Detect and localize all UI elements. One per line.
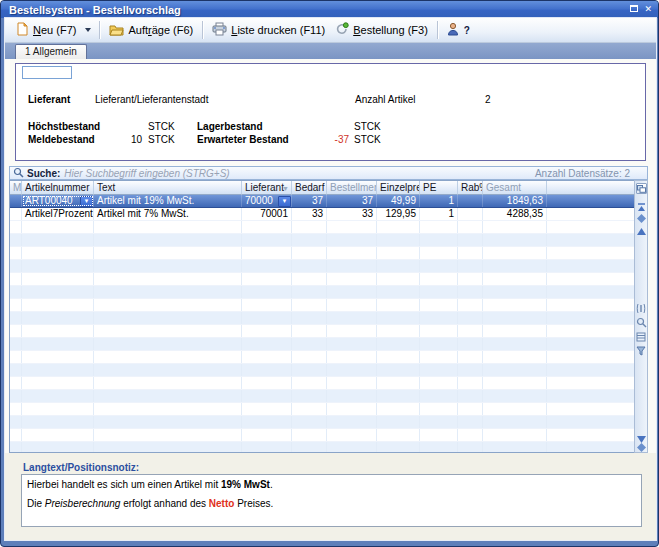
column-header-bestellmenge[interactable]: Bestellmenge <box>327 181 377 195</box>
table-row-empty[interactable] <box>10 260 634 273</box>
table-row-empty[interactable] <box>10 429 634 442</box>
cell-artikelnummer[interactable]: Artikel7Prozent <box>22 208 94 220</box>
column-header-pe[interactable]: PE <box>420 181 458 195</box>
cell-empty <box>547 234 634 246</box>
new-dropdown-button[interactable] <box>81 25 95 35</box>
table-row[interactable]: Artikel7ProzentArtikel mit 7% MwSt.70001… <box>10 208 634 221</box>
cell-empty <box>547 416 634 428</box>
table-row-empty[interactable] <box>10 312 634 325</box>
table-row-empty[interactable] <box>10 247 634 260</box>
dropdown-button[interactable]: ▼ <box>278 196 291 207</box>
cell-rab[interactable] <box>458 195 483 207</box>
cell-empty <box>292 286 327 298</box>
table-row-empty[interactable] <box>10 403 634 416</box>
cell-pe[interactable]: 1 <box>420 195 458 207</box>
cell-bestellmenge[interactable]: 33 <box>327 208 377 220</box>
new-button[interactable]: Neu (F7) <box>11 19 81 41</box>
cell-empty <box>377 390 420 402</box>
cell-gesamt[interactable]: 4288,35 <box>483 208 547 220</box>
column-chooser-button[interactable] <box>636 183 647 194</box>
cell-artikelnummer[interactable]: ART00040▼ <box>22 195 94 207</box>
cell-pe[interactable]: 1 <box>420 208 458 220</box>
cell-empty <box>483 221 547 233</box>
cell-empty <box>547 260 634 272</box>
table-row-empty[interactable] <box>10 338 634 351</box>
cell-bedarf[interactable]: 37 <box>292 195 327 207</box>
cell-bestellmenge[interactable]: 37 <box>327 195 377 207</box>
cell-empty <box>420 364 458 376</box>
cell-einzelpreis[interactable]: 129,95 <box>377 208 420 220</box>
toolbar: Neu (F7) Aufträge (F6) Liste drucken (F1… <box>5 18 656 43</box>
cell-empty <box>377 286 420 298</box>
table-row-empty[interactable] <box>10 416 634 429</box>
column-header-artikelnummer[interactable]: Artikelnummer <box>22 181 94 195</box>
table-row-empty[interactable] <box>10 221 634 234</box>
cell-empty <box>420 351 458 363</box>
cell-empty <box>458 429 483 441</box>
scroll-prev-icon[interactable] <box>635 221 647 239</box>
title-bar[interactable]: Bestellsystem - Bestellvorschlag ✕ <box>1 1 658 18</box>
print-list-button[interactable]: Liste drucken (F11) <box>207 19 330 41</box>
column-header-gesamt[interactable]: Gesamt <box>483 181 547 195</box>
cell-m[interactable] <box>10 195 22 207</box>
cell-lieferant[interactable]: 70001 <box>242 208 292 220</box>
cell-empty <box>242 442 292 453</box>
cell-empty <box>483 390 547 402</box>
cell-filler[interactable] <box>547 195 634 207</box>
cell-einzelpreis[interactable]: 49,99 <box>377 195 420 207</box>
dropdown-button[interactable]: ▼ <box>80 196 93 207</box>
cell-lieferant[interactable]: 70000▼ <box>242 195 292 207</box>
tab-allgemein[interactable]: 1 Allgemein <box>15 44 87 59</box>
filter-icon[interactable] <box>635 342 647 360</box>
table-row-empty[interactable] <box>10 273 634 286</box>
table-row-empty[interactable] <box>10 234 634 247</box>
orders-button[interactable]: Aufträge (F6) <box>104 20 198 41</box>
table-row-empty[interactable] <box>10 442 634 453</box>
close-icon[interactable]: ✕ <box>644 5 652 14</box>
quick-filter-input[interactable] <box>22 66 72 79</box>
order-button-label: Bestellung (F3) <box>353 24 428 36</box>
search-placeholder[interactable]: Hier Suchbegriff eingeben (STRG+S) <box>64 168 229 179</box>
cell-bedarf[interactable]: 33 <box>292 208 327 220</box>
cell-filler[interactable] <box>547 208 634 220</box>
table-row-empty[interactable] <box>10 351 634 364</box>
table-row-empty[interactable] <box>10 325 634 338</box>
table-row-empty[interactable] <box>10 364 634 377</box>
toolbar-separator <box>437 21 438 39</box>
cell-empty <box>377 403 420 415</box>
cell-empty <box>547 273 634 285</box>
restore-icon[interactable] <box>630 5 638 14</box>
order-button[interactable]: Bestellung (F3) <box>330 19 433 41</box>
column-header-lieferant[interactable]: Lieferant▼ <box>242 181 292 195</box>
cell-empty <box>292 273 327 285</box>
cell-empty <box>94 247 242 259</box>
table-row-empty[interactable] <box>10 377 634 390</box>
search-bar[interactable]: Suche: Hier Suchbegriff eingeben (STRG+S… <box>9 166 648 180</box>
column-header-einzelpreis[interactable]: Einzelpreis <box>377 181 420 195</box>
table-row-empty[interactable] <box>10 390 634 403</box>
help-button[interactable]: ? <box>442 19 475 41</box>
table-row-empty[interactable] <box>10 299 634 312</box>
cell-rab[interactable] <box>458 208 483 220</box>
tab-strip: 1 Allgemein <box>5 43 656 59</box>
column-header-m[interactable]: M <box>10 181 22 195</box>
cell-text[interactable]: Artikel mit 19% MwSt. <box>94 195 242 207</box>
column-header-filler[interactable] <box>547 181 634 195</box>
cell-empty <box>94 325 242 337</box>
table-row[interactable]: ART00040▼Artikel mit 19% MwSt.70000▼3737… <box>10 195 634 208</box>
cell-text[interactable]: Artikel mit 7% MwSt. <box>94 208 242 220</box>
column-header-rab[interactable]: Rab% <box>458 181 483 195</box>
cell-empty <box>22 273 94 285</box>
table-row-empty[interactable] <box>10 286 634 299</box>
cell-empty <box>292 429 327 441</box>
search-icon <box>13 167 24 180</box>
cell-gesamt[interactable]: 1849,63 <box>483 195 547 207</box>
cell-empty <box>94 390 242 402</box>
column-header-bedarf[interactable]: Bedarf <box>292 181 327 195</box>
cell-m[interactable] <box>10 208 22 220</box>
cell-empty <box>22 338 94 350</box>
cell-empty <box>327 377 377 389</box>
cell-empty <box>458 325 483 337</box>
notes-box[interactable]: Hierbei handelt es sich um einen Artikel… <box>21 474 642 527</box>
column-header-text[interactable]: Text <box>94 181 242 195</box>
